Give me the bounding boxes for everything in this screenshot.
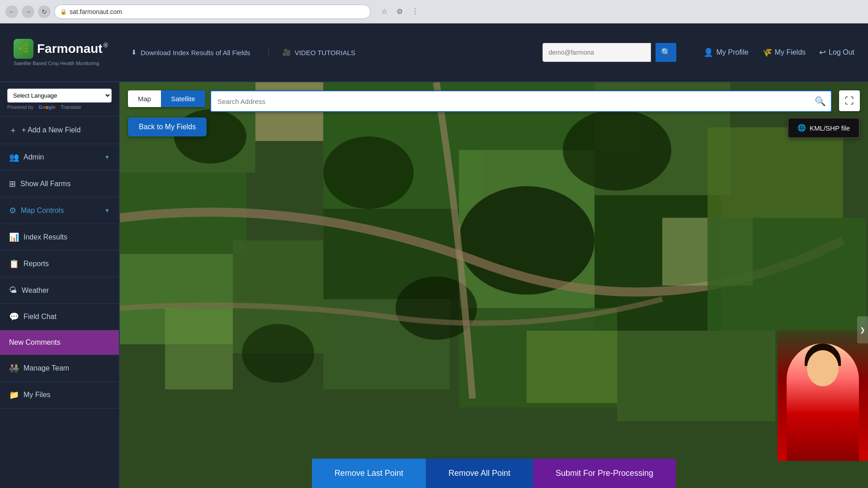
map-search-button[interactable]: 🔍: [809, 91, 831, 111]
app-header: 🌿 Farmonaut® Satellite Based Crop Health…: [0, 23, 868, 82]
sidebar-item-add-field[interactable]: ＋ + Add a New Field: [0, 117, 119, 144]
header-search-input[interactable]: [542, 43, 651, 62]
forward-nav-button[interactable]: →: [22, 5, 34, 18]
refresh-nav-button[interactable]: ↻: [38, 5, 51, 18]
team-icon: 👫: [9, 363, 19, 373]
admin-arrow-icon: ▼: [104, 154, 110, 160]
kml-icon: 🌐: [797, 124, 806, 132]
logo-text: Farmonaut®: [37, 42, 108, 56]
farms-icon: ⊞: [9, 179, 16, 189]
avatar-image: [778, 325, 868, 461]
powered-by: Powered by Google Translate: [7, 104, 112, 110]
svg-point-19: [242, 324, 314, 383]
svg-rect-23: [527, 331, 617, 403]
avatar-face: [807, 350, 839, 386]
tutorials-label: VIDEO TUTORIALS: [295, 49, 355, 56]
reports-icon: 📋: [9, 259, 19, 269]
weather-label: Weather: [22, 286, 49, 295]
bookmark-icon[interactable]: ☆: [378, 5, 391, 18]
admin-label: Admin: [24, 153, 44, 161]
map-search-bar: 🔍: [210, 90, 832, 112]
url-text: sat.farmonaut.com: [70, 8, 122, 15]
svg-point-17: [563, 109, 671, 191]
bottom-actions: Remove Last Point Remove All Point Submi…: [120, 459, 868, 488]
sidebar-item-weather[interactable]: 🌤 Weather: [0, 277, 119, 304]
field-chat-label: Field Chat: [24, 313, 57, 321]
tutorials-button[interactable]: 🎥 VIDEO TUTORIALS: [269, 48, 355, 56]
my-fields-nav[interactable]: 🌾 My Fields: [762, 47, 806, 57]
logout-icon: ↩: [819, 47, 826, 57]
kml-shp-button[interactable]: 🌐 KML/SHP file: [788, 117, 860, 138]
remove-last-point-button[interactable]: Remove Last Point: [312, 459, 426, 488]
add-field-label: + Add a New Field: [22, 126, 80, 134]
svg-rect-22: [165, 308, 233, 389]
logo-area: 🌿 Farmonaut® Satellite Based Crop Health…: [14, 39, 113, 66]
my-profile-nav[interactable]: 👤 My Profile: [703, 47, 748, 57]
header-nav: 👤 My Profile 🌾 My Fields ↩ Log Out: [703, 47, 854, 57]
files-icon: 📁: [9, 390, 19, 400]
download-label: Download Index Results of All Fields: [141, 49, 250, 56]
show-all-farms-label: Show All Farms: [20, 180, 71, 188]
map-type-satellite-btn[interactable]: Satellite: [161, 90, 205, 107]
browser-bar: ← → ↻ 🔒 sat.farmonaut.com ☆ ⚙ ⋮: [0, 0, 868, 23]
logo-icon: 🌿: [14, 39, 33, 59]
weather-icon: 🌤: [9, 286, 17, 295]
add-icon: ＋: [9, 125, 17, 136]
sidebar-item-field-chat[interactable]: 💬 Field Chat: [0, 304, 119, 330]
index-icon: 📊: [9, 232, 19, 242]
log-out-nav[interactable]: ↩ Log Out: [819, 47, 854, 57]
svg-rect-24: [708, 127, 843, 218]
url-bar[interactable]: 🔒 sat.farmonaut.com: [54, 5, 371, 19]
avatar-person: [787, 343, 859, 461]
video-icon: 🎥: [283, 48, 291, 56]
translate-area: Select Language Powered by Google Transl…: [0, 82, 119, 117]
my-files-label: My Files: [24, 391, 51, 399]
download-link[interactable]: ⬇ Download Index Results of All Fields: [131, 48, 250, 56]
svg-rect-13: [617, 331, 775, 421]
back-nav-button[interactable]: ←: [5, 5, 18, 18]
lock-icon: 🔒: [60, 9, 67, 15]
reports-label: Reports: [24, 260, 49, 268]
sidebar-item-new-comments[interactable]: New Comments: [0, 330, 119, 355]
map-controls-label: Map Controls: [21, 206, 64, 215]
sidebar-item-map-controls[interactable]: ⚙ Map Controls ▼: [0, 197, 119, 224]
manage-team-label: Manage Team: [24, 364, 69, 372]
profile-icon: 👤: [703, 47, 713, 57]
submit-preprocessing-button[interactable]: Submit For Pre-Processing: [533, 459, 676, 488]
back-to-fields-button[interactable]: Back to My Fields: [128, 117, 207, 136]
svg-rect-25: [708, 218, 866, 331]
sidebar: Select Language Powered by Google Transl…: [0, 82, 120, 488]
main-layout: Select Language Powered by Google Transl…: [0, 82, 868, 488]
map-area[interactable]: Map Satellite 🔍 ⛶ Back to My Fields 🌐 KM…: [120, 82, 868, 488]
new-comments-label: New Comments: [9, 338, 61, 347]
log-out-label: Log Out: [829, 48, 854, 56]
header-search-button[interactable]: 🔍: [656, 43, 676, 62]
right-expand-button[interactable]: ❯: [857, 316, 868, 343]
kml-label: KML/SHP file: [810, 124, 850, 132]
my-fields-label: My Fields: [775, 48, 806, 56]
expand-arrow-icon: ❯: [860, 326, 865, 333]
map-type-map-btn[interactable]: Map: [128, 90, 161, 107]
sidebar-item-reports[interactable]: 📋 Reports: [0, 251, 119, 277]
language-select[interactable]: Select Language: [7, 89, 112, 103]
logo-subtitle: Satellite Based Crop Health Monitoring: [14, 61, 113, 66]
sidebar-item-my-files[interactable]: 📁 My Files: [0, 382, 119, 408]
map-search-icon: 🔍: [815, 96, 826, 107]
header-search-area: 🔍: [542, 43, 676, 62]
sidebar-item-manage-team[interactable]: 👫 Manage Team: [0, 355, 119, 382]
download-icon: ⬇: [131, 48, 137, 56]
sidebar-item-admin[interactable]: 👥 Admin ▼: [0, 144, 119, 171]
menu-icon[interactable]: ⋮: [409, 5, 421, 18]
admin-icon: 👥: [9, 152, 19, 162]
map-search-input[interactable]: [211, 98, 809, 105]
my-profile-label: My Profile: [716, 48, 748, 56]
sidebar-item-show-all-farms[interactable]: ⊞ Show All Farms: [0, 171, 119, 197]
avatar-container: [778, 325, 868, 461]
extension-icon[interactable]: ⚙: [393, 5, 406, 18]
fullscreen-button[interactable]: ⛶: [839, 90, 860, 111]
map-background: [120, 82, 868, 488]
sidebar-item-index-results[interactable]: 📊 Index Results: [0, 224, 119, 251]
map-type-buttons: Map Satellite: [128, 90, 205, 107]
fields-icon: 🌾: [762, 47, 772, 57]
remove-all-point-button[interactable]: Remove All Point: [426, 459, 533, 488]
